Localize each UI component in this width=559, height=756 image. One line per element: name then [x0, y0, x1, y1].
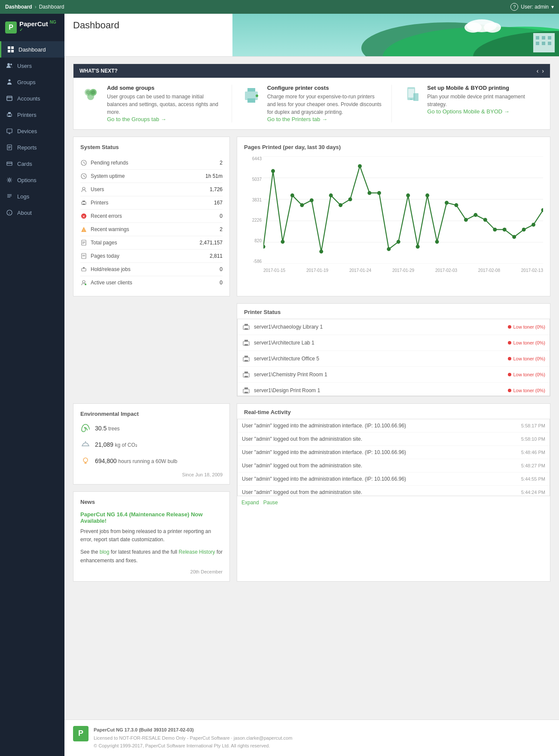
value-active-clients: 0: [220, 280, 223, 286]
svg-point-96: [367, 191, 371, 195]
user-chevron-icon: ▾: [551, 4, 554, 10]
logs-icon: [6, 193, 13, 200]
sidebar-item-devices[interactable]: Devices: [0, 123, 64, 139]
breadcrumb-current: Dashboard: [39, 4, 64, 10]
page-title: Dashboard: [73, 20, 550, 31]
svg-rect-126: [244, 376, 248, 378]
sidebar-label-options: Options: [17, 177, 37, 183]
printers-tab-link[interactable]: Go to the Printers tab →: [267, 116, 327, 122]
x-label-0115: 2017-01-15: [263, 268, 285, 273]
blog-link[interactable]: blog: [100, 549, 110, 555]
value-warnings: 2: [220, 226, 223, 232]
status-row-errors: ✕ Recent errors 0: [80, 210, 223, 223]
leaf-icon: [80, 423, 91, 433]
svg-line-59: [84, 176, 85, 177]
breadcrumb: Dashboard › Dashboard: [5, 4, 64, 10]
sidebar-label-about: About: [17, 210, 32, 216]
whats-next-prev[interactable]: ‹: [537, 67, 539, 74]
whats-next-item-2-body: Charge more for your expensive-to-run pr…: [267, 93, 383, 116]
news-headline[interactable]: PaperCut NG 16.4 (Maintenance Release) N…: [80, 511, 223, 524]
whats-next-next[interactable]: ›: [542, 67, 544, 74]
status-label-uptime: System uptime: [80, 173, 125, 180]
sidebar-label-devices: Devices: [17, 128, 37, 134]
printer-cost-icon: [241, 85, 262, 106]
activity-text-1: User "admin" logged into the administrat…: [242, 423, 517, 429]
sidebar-label-reports: Reports: [17, 144, 37, 151]
pages-chart-card: Pages Printed (per day, last 30 days) 64…: [237, 137, 550, 296]
realtime-footer: Expand Pause: [237, 496, 550, 509]
clock-icon-2: [80, 173, 87, 180]
status-row-users: Users 1,726: [80, 183, 223, 196]
sidebar-item-options[interactable]: Options: [0, 172, 64, 188]
sidebar-item-accounts[interactable]: Accounts: [0, 90, 64, 107]
printer-status-badge-2: Low toner (0%): [508, 340, 545, 345]
svg-rect-63: [82, 204, 85, 205]
warning-icon: !: [80, 226, 87, 233]
sidebar-label-users: Users: [17, 63, 32, 69]
svg-rect-36: [542, 36, 545, 40]
sidebar-item-about[interactable]: i About: [0, 204, 64, 221]
svg-point-110: [503, 228, 507, 232]
toner-dot-4: [508, 373, 511, 376]
mobile-byod-link[interactable]: Go to Options Mobile & BYOD →: [427, 108, 509, 115]
env-since: Since Jun 18, 2009: [80, 472, 223, 477]
svg-line-56: [84, 163, 85, 164]
sidebar-item-cards[interactable]: Cards: [0, 155, 64, 172]
printer-name-1: server1\Archaeology Library 1: [254, 324, 508, 330]
page-icon-2: [80, 253, 87, 259]
activity-time-5: 5:44:55 PM: [521, 476, 545, 482]
release-history-link[interactable]: Release History: [179, 549, 215, 555]
sidebar-item-reports[interactable]: Reports: [0, 139, 64, 155]
realtime-card: Real-time Activity User "admin" logged i…: [237, 403, 550, 582]
help-icon[interactable]: ?: [510, 3, 518, 11]
svg-rect-116: [244, 324, 248, 326]
printer-item-1: server1\Archaeology Library 1 Low toner …: [238, 319, 550, 335]
sidebar-label-cards: Cards: [17, 161, 32, 167]
svg-point-94: [348, 197, 352, 201]
whats-next-nav[interactable]: ‹ ›: [537, 67, 544, 74]
activity-item-3: User "admin" logged into the administrat…: [238, 446, 550, 459]
sidebar-item-users[interactable]: Users: [0, 58, 64, 74]
whats-next-item-1-text: Add some groups User groups can be used …: [107, 85, 223, 122]
svg-rect-18: [7, 162, 12, 165]
breadcrumb-dashboard[interactable]: Dashboard: [5, 4, 32, 10]
y-label-6443: 6443: [252, 156, 262, 161]
expand-link[interactable]: Expand: [241, 500, 259, 506]
activity-text-6: User "admin" logged out from the adminis…: [242, 489, 517, 495]
user-menu[interactable]: ? User: admin ▾: [510, 3, 554, 11]
sidebar-item-groups[interactable]: Groups: [0, 74, 64, 90]
active-icon: [80, 279, 87, 286]
svg-text:i: i: [9, 211, 10, 215]
sidebar-item-logs[interactable]: Logs: [0, 188, 64, 204]
svg-rect-40: [548, 42, 551, 45]
svg-point-88: [290, 193, 294, 197]
svg-rect-122: [244, 356, 248, 357]
top-bar: Dashboard › Dashboard ? User: admin ▾: [0, 0, 559, 14]
svg-point-60: [82, 187, 85, 190]
error-icon: ✕: [80, 213, 87, 219]
sidebar: P PaperCut NG ✓ Dashboard Users Groups: [0, 14, 64, 756]
value-pages-today: 2,811: [210, 253, 223, 259]
printer-name-2: server1\Architecture Lab 1: [254, 340, 508, 346]
printer-item-2: server1\Architecture Lab 1 Low toner (0%…: [238, 335, 550, 351]
svg-rect-53: [413, 93, 418, 101]
pause-link[interactable]: Pause: [263, 500, 278, 506]
printer-status-card: Printer Status server1\Archaeology Libra…: [237, 303, 550, 396]
whats-next-item-2: Configure printer costs Charge more for …: [241, 85, 383, 122]
whats-next-item-3-title: Set up Mobile & BYOD printing: [427, 85, 543, 91]
printer-status-list[interactable]: server1\Archaeology Library 1 Low toner …: [237, 319, 550, 396]
groups-tab-link[interactable]: Go to the Groups tab →: [107, 116, 166, 122]
news-title-label: News: [80, 499, 223, 505]
chart-y-labels: 6443 5037 3831 2226 820 -586: [244, 156, 263, 264]
svg-point-44: [86, 90, 90, 94]
status-label-total-pages: Total pages: [80, 239, 117, 246]
svg-point-97: [377, 191, 381, 195]
sidebar-item-dashboard[interactable]: Dashboard: [0, 41, 64, 58]
realtime-list[interactable]: User "admin" logged into the administrat…: [237, 419, 550, 496]
activity-time-2: 5:58:10 PM: [521, 436, 545, 442]
sidebar-item-printers[interactable]: Printers: [0, 107, 64, 123]
whats-next-item-2-text: Configure printer costs Charge more for …: [267, 85, 383, 122]
page-footer: P PaperCut NG 17.3.0 (Build 39310 2017-0…: [64, 719, 559, 756]
env-value-trees: 30.5 trees: [95, 425, 120, 432]
svg-rect-38: [536, 42, 539, 45]
